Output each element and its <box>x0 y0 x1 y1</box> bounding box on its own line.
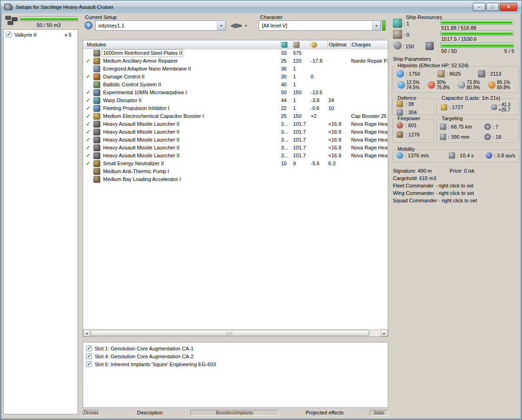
scroll-thumb[interactable] <box>91 330 369 336</box>
module-row[interactable]: ✓ Experimental 10MN Microwarpdrive I 50 … <box>83 89 388 97</box>
help-icon[interactable]: ? <box>85 21 92 29</box>
module-name: 1600mm Reinforced Steel Plates II <box>102 49 183 57</box>
implant-list-item[interactable]: Slot 6: Inherent Implants 'Squire' Engin… <box>83 360 388 368</box>
minimize-button[interactable]: – <box>473 3 485 11</box>
defence-value-2: : 304 <box>405 110 417 115</box>
module-row[interactable]: ✓ Warp Disruptor II 44 1 -3.8 24 <box>83 97 388 104</box>
implant-checkbox[interactable] <box>86 345 92 351</box>
module-row[interactable]: ✓ Ballistic Control System II 40 1 <box>83 81 388 89</box>
module-cpu: 3... <box>280 144 292 152</box>
cap-balance-icon <box>491 104 497 110</box>
implant-list-item[interactable]: Slot 1: Genolution Core Augmentation CA-… <box>83 344 388 352</box>
module-name: Ballistic Control System II <box>102 81 280 89</box>
scroll-right-arrow-icon[interactable]: ► <box>381 330 388 336</box>
capacitor-icon <box>441 104 447 110</box>
module-cpu: 40 <box>280 81 292 89</box>
powergrid-usage-bar <box>440 31 514 36</box>
boosters-implants-toggle-button[interactable]: Boosters\Implants <box>190 410 279 416</box>
calibration-count: : 150 <box>403 44 414 49</box>
module-icon <box>93 73 100 80</box>
module-row[interactable]: ✓ Medium Ancillary Armor Repairer 25 120… <box>83 57 388 65</box>
module-row[interactable]: ✓ Medium Anti-Thermic Pump I <box>83 168 388 175</box>
module-name: Warp Disruptor II <box>102 97 280 104</box>
window-controls: – □ × <box>473 3 517 11</box>
module-active-check-icon: ✓ <box>83 97 93 104</box>
module-row[interactable]: ✓ Fleeting Propulsion Inhibitor I 22 1 -… <box>83 104 388 112</box>
dps-icon <box>397 131 403 138</box>
scroll-track[interactable] <box>370 330 381 336</box>
projected-effects-toggle[interactable]: Projected effects <box>306 410 344 415</box>
chevron-down-icon[interactable]: ▼ <box>217 21 225 30</box>
module-name: Experimental 10MN Microwarpdrive I <box>102 89 280 97</box>
description-toggle[interactable]: Description <box>137 410 163 415</box>
module-row[interactable]: ✓ Damage Control II 30 1 0 <box>83 73 388 81</box>
module-row[interactable]: ✓ Medium Electrochemical Capacitor Boost… <box>83 112 388 120</box>
turret-slot-count: : 0 <box>404 32 409 38</box>
module-cap-use: +2 <box>310 112 327 120</box>
cap-recharge-value: +25.7 <box>499 107 511 112</box>
module-cpu: 22 <box>280 104 292 112</box>
resist-shield-value: 30% <box>437 80 450 85</box>
module-icon <box>93 121 100 128</box>
character-label: Character <box>260 14 282 20</box>
module-powergrid: 101.7 <box>292 152 310 160</box>
implant-name: Slot 1: Genolution Core Augmentation CA-… <box>95 346 194 351</box>
character-dropdown[interactable]: [All level V] ▼ <box>259 20 381 31</box>
chevron-down-icon[interactable]: ▼ <box>372 21 380 30</box>
module-optimal: <16.9 <box>327 136 350 144</box>
module-row[interactable]: ✓ Heavy Assault Missile Launcher II 3...… <box>83 120 388 128</box>
module-powergrid: 1 <box>292 97 310 104</box>
drone-bandwidth-bar <box>440 43 514 48</box>
fleet-commander-setter[interactable]: Fleet Commander - right click to set <box>393 183 474 188</box>
wing-commander-setter[interactable]: Wing Commander - right click to set <box>393 190 474 196</box>
module-row[interactable]: ✓ 1600mm Reinforced Steel Plates II 33 5… <box>83 49 388 57</box>
module-row[interactable]: ✓ Heavy Assault Missile Launcher II 3...… <box>83 144 388 152</box>
module-row[interactable]: ✓ Heavy Assault Missile Launcher II 3...… <box>83 152 388 160</box>
drone-checkbox[interactable] <box>6 32 12 38</box>
module-row[interactable]: ✓ Medium Bay Loading Accelerator I <box>83 175 388 183</box>
module-icon <box>93 129 100 136</box>
cpu-column-icon <box>281 42 287 48</box>
module-active-check-icon: ✓ <box>83 120 93 128</box>
restore-button[interactable]: □ <box>486 3 499 11</box>
ship-menu-button[interactable]: ▼ <box>229 20 251 31</box>
module-icon <box>93 144 100 151</box>
align-time: : 10.4 s <box>457 153 474 158</box>
module-active-check-icon: ✓ <box>83 160 93 168</box>
structure-icon <box>478 70 485 78</box>
module-row[interactable]: ✓ Heavy Assault Missile Launcher II 3...… <box>83 128 388 136</box>
scroll-left-arrow-icon[interactable]: ◄ <box>83 330 90 336</box>
implant-checkbox[interactable] <box>86 361 92 367</box>
module-cpu: 3... <box>280 120 292 128</box>
defence-group: Defence : 38 : 304 <box>392 98 434 115</box>
implant-checkbox[interactable] <box>86 353 92 359</box>
module-powergrid: 101.7 <box>292 120 310 128</box>
module-cap-use: -13.5 <box>310 89 327 97</box>
close-button[interactable]: × <box>500 3 517 11</box>
drones-toggle-button[interactable]: Drones <box>83 410 100 416</box>
module-optimal: 24 <box>327 97 350 104</box>
setup-dropdown[interactable]: odyssey1.1 ▼ <box>95 20 226 31</box>
drone-list-item[interactable]: Valkyrie II x 5 <box>4 31 78 39</box>
chevron-down-icon: ▼ <box>244 24 248 27</box>
resist-shield-value: 73.8% <box>467 80 480 85</box>
module-optimal: <16.9 <box>327 144 350 152</box>
titlebar[interactable]: Setups for Sacrilege Heavy Assault Cruis… <box>0 0 522 13</box>
module-name: Medium Ancillary Armor Repairer <box>102 57 280 65</box>
cargohold: Cargohold: 615 m3 <box>393 175 437 181</box>
module-charges: Nova Rage Hea... <box>350 144 388 152</box>
modules-table: Modules Optimal Charges ✓ 1600mm Reinfor… <box>83 40 388 337</box>
module-row[interactable]: ✓ Small Energy Neutralizer II 10 9 -5.6 … <box>83 160 388 168</box>
module-optimal: <16.9 <box>327 128 350 136</box>
module-cpu: 36 <box>280 65 292 73</box>
module-powergrid: 1 <box>292 104 310 112</box>
implant-list-item[interactable]: Slot 4: Genolution Core Augmentation CA-… <box>83 352 388 360</box>
modules-hscrollbar[interactable]: ◄ ► <box>83 329 388 336</box>
module-powergrid: 1 <box>292 65 310 73</box>
module-row[interactable]: ✓ Heavy Assault Missile Launcher II 3...… <box>83 136 388 144</box>
stats-toggle-button[interactable]: Stats <box>370 410 388 416</box>
squad-commander-setter[interactable]: Squad Commander - right click to set <box>393 198 477 203</box>
module-cap-use: -0.6 <box>310 104 327 112</box>
module-row[interactable]: ✓ Energized Adaptive Nano Membrane II 36… <box>83 65 388 73</box>
modules-table-header[interactable]: Modules Optimal Charges <box>83 40 388 49</box>
